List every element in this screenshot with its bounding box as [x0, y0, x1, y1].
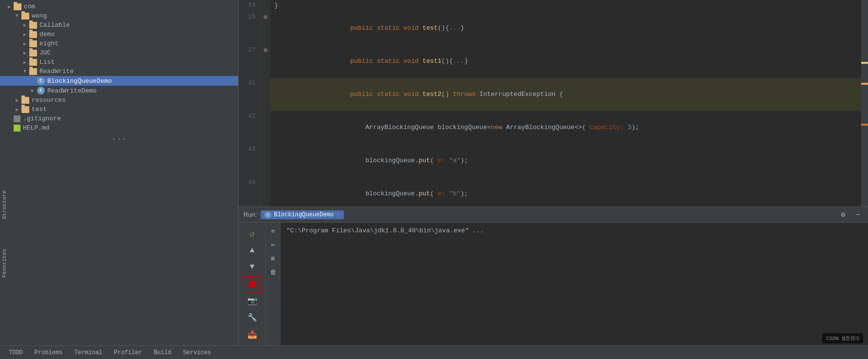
minimize-button[interactable]: ─ — [852, 209, 863, 220]
tree-item-demo[interactable]: ▶ demo — [0, 30, 238, 39]
code-token: static — [377, 57, 400, 65]
tree-item-readwrite[interactable]: ▼ ReadWrite — [0, 67, 238, 76]
tree-item-readwritedemo[interactable]: ▶ C ReadWriteDemo — [0, 86, 238, 95]
code-token: blockingQueue. — [335, 190, 419, 197]
tree-label-callable: Callable — [39, 21, 70, 29]
tab-todo[interactable]: TODO — [4, 348, 28, 358]
settings-button[interactable]: ⚙ — [838, 209, 849, 220]
code-token: ); — [460, 157, 468, 164]
tree-item-juc[interactable]: ▶ JUC — [0, 48, 238, 57]
code-token: blockingQueue. — [335, 157, 419, 164]
run-panel-header: Run: C BlockingQueueDemo × ⚙ ─ — [239, 207, 868, 223]
breakpoint-indicator — [264, 15, 267, 19]
line-gutter — [261, 45, 270, 78]
tree-item-gitignore[interactable]: ▶ .gitignore — [0, 114, 238, 123]
import-button[interactable]: 📥 — [243, 326, 262, 342]
code-token: ArrayBlockingQueue — [506, 124, 574, 131]
settings2-button[interactable]: 🔧 — [243, 310, 262, 325]
tree-label-helpmd: HELP.md — [23, 124, 50, 132]
line-gutter — [261, 0, 270, 12]
code-token: ); — [631, 124, 639, 131]
tab-problems[interactable]: Problems — [30, 348, 68, 358]
code-token: static — [377, 91, 400, 98]
tree-arrow-resources: ▶ — [16, 97, 21, 103]
tree-item-blockingqueuedemo[interactable]: ▶ C BlockingQueueDemo — [0, 76, 238, 86]
bottom-tabs-bar: TODO Problems Terminal Profiler Build Se… — [0, 345, 868, 359]
line-gutter — [261, 111, 270, 144]
code-token: test1 — [422, 57, 441, 65]
tree-label-wang: wang — [32, 12, 47, 19]
tree-arrow-rwd: ▶ — [31, 88, 37, 94]
code-token: ( — [430, 157, 434, 164]
folder-icon-com — [14, 3, 21, 10]
tree-label-rwd: ReadWriteDemo — [47, 87, 96, 94]
tree-arrow-demo: ▶ — [23, 32, 29, 38]
scroll-up-button[interactable]: ▲ — [243, 242, 262, 258]
code-token — [335, 124, 365, 131]
run-tab-close-button[interactable]: × — [337, 212, 340, 218]
code-token — [335, 91, 350, 98]
gitignore-icon — [14, 115, 20, 122]
more-button[interactable]: ··· — [0, 132, 238, 146]
folder-icon-list — [29, 59, 37, 66]
tree-item-callable[interactable]: ▶ Callable — [0, 20, 238, 30]
line-gutter — [261, 177, 270, 207]
scroll-down-button[interactable]: ▼ — [243, 259, 262, 275]
filter-button[interactable]: ≡ — [267, 226, 279, 237]
code-token: } — [274, 2, 278, 9]
tree-item-list[interactable]: ▶ List — [0, 57, 238, 67]
rerun-button[interactable]: ↺ — [243, 226, 262, 241]
code-token: test — [422, 24, 437, 32]
code-line: public static void test1(){...} — [270, 45, 861, 78]
code-line: } — [270, 0, 861, 12]
code-token: "a" — [449, 157, 460, 164]
code-token: blockingQueue= — [434, 124, 491, 131]
table-row: 43 blockingQueue.put( e: "a"); — [239, 144, 861, 177]
line-gutter — [261, 78, 270, 111]
run-tab[interactable]: C BlockingQueueDemo × — [261, 210, 343, 219]
code-token — [373, 24, 377, 32]
snapshot-button[interactable]: 📷 — [243, 293, 262, 309]
wrap-button[interactable]: ↩ — [267, 239, 279, 251]
tree-label-demo: demo — [39, 31, 55, 38]
tree-arrow-list: ▶ — [23, 59, 29, 65]
code-token — [373, 57, 377, 65]
tree-item-wang[interactable]: ▼ wang — [0, 11, 238, 20]
tree-label-com: com — [24, 3, 35, 10]
code-token: (){ — [438, 24, 449, 32]
run-label: Run: — [244, 211, 257, 218]
tree-arrow-readwrite: ▼ — [23, 69, 29, 74]
run-output: "C:\Program Files\Java\jdk1.8.0_40\bin\j… — [281, 223, 868, 345]
code-token: } — [460, 24, 464, 32]
code-token — [502, 124, 506, 131]
line-number: 41 — [239, 78, 261, 111]
java-icon-bqd: C — [37, 77, 45, 85]
code-token: public — [350, 57, 373, 65]
tree-item-test[interactable]: ▶ test — [0, 105, 238, 114]
line-number: 43 — [239, 144, 261, 177]
tab-services[interactable]: Services — [178, 348, 216, 358]
scroll-marker — [861, 62, 868, 64]
tree-item-helpmd[interactable]: ▶ HELP.md — [0, 123, 238, 132]
tree-item-com[interactable]: ▶ com — [0, 2, 238, 11]
tab-build[interactable]: Build — [149, 348, 176, 358]
tree-item-resources[interactable]: ▶ resources — [0, 95, 238, 105]
code-editor[interactable]: 14 } 15 public static void test(){...} — [239, 0, 861, 207]
favorites-panel-label[interactable]: Favorites — [0, 244, 9, 283]
tab-profiler[interactable]: Profiler — [109, 348, 147, 358]
code-line: blockingQueue.put( e: "a"); — [270, 144, 861, 177]
delete-button[interactable]: 🗑 — [267, 266, 279, 278]
code-token: ( — [430, 190, 434, 197]
expand-button[interactable]: ⊞ — [267, 253, 279, 265]
code-token: new — [491, 124, 502, 131]
tree-item-eight[interactable]: ▶ eight — [0, 39, 238, 48]
stop-button[interactable] — [243, 276, 262, 292]
tab-terminal[interactable]: Terminal — [69, 348, 107, 358]
code-table: 14 } 15 public static void test(){...} — [239, 0, 861, 207]
code-token: void — [403, 57, 418, 65]
tree-arrow-com: ▶ — [8, 4, 14, 10]
folder-icon-callable — [29, 22, 37, 29]
structure-panel-label[interactable]: Structure — [0, 185, 9, 224]
line-number: 15 — [239, 12, 261, 45]
run-right-bar: ≡ ↩ ⊞ 🗑 — [266, 223, 281, 345]
